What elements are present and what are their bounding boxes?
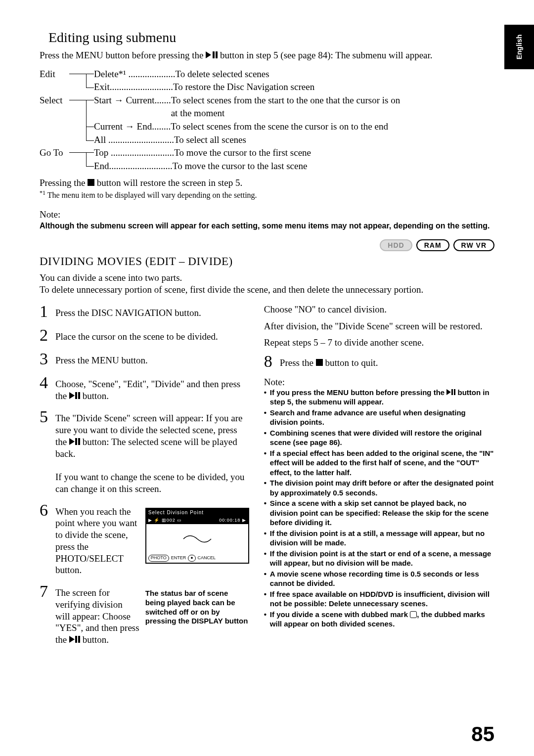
section-title-editing-submenu: Editing using submenu	[48, 30, 494, 45]
badge-ram: RAM	[416, 239, 449, 251]
step-1: 1Press the DISC NAVIGATION button.	[40, 303, 249, 320]
tree-item: Current → End........To select scenes fr…	[94, 120, 494, 133]
tree-edit-label: Edit	[40, 68, 79, 94]
step-3: 3Press the MENU button.	[40, 351, 249, 367]
note-item: If free space available on HDD/DVD is in…	[270, 589, 494, 609]
steps-list: 1Press the DISC NAVIGATION button. 2Plac…	[40, 303, 249, 646]
note-item: Since a scene with a skip set cannot be …	[270, 498, 494, 528]
step-5: 5The "Divide Scene" screen will appear: …	[40, 408, 249, 494]
tree-item: Start → Current.......To select scenes f…	[94, 94, 494, 120]
tree-item: Delete*¹ ....................To delete s…	[94, 68, 494, 81]
note-item: If a special effect has been added to th…	[270, 448, 494, 478]
note-item: The division point may drift before or a…	[270, 478, 494, 497]
play-pause-icon	[206, 51, 218, 58]
screenshot-stop-btn: ●	[188, 555, 195, 561]
right-notes-list: •If you press the MENU button before pre…	[264, 388, 494, 629]
step-7: 7 The screen for verifying division will…	[40, 583, 249, 646]
note-item: If the division point is at the start or…	[270, 549, 494, 568]
badge-rwvr: RW VR	[453, 239, 494, 251]
screenshot-caption: The status bar of scene being played bac…	[145, 589, 249, 626]
note-label: Note:	[40, 209, 494, 220]
note-item: If the division point is at a still, a m…	[270, 529, 494, 548]
tree-item: End...........................To move th…	[94, 160, 494, 173]
dubbed-mark-icon	[410, 611, 417, 618]
stop-icon	[88, 179, 94, 186]
note-item: If you divide a scene with dubbed mark ,…	[270, 610, 494, 629]
play-pause-icon	[69, 636, 80, 643]
right-continue-1: Choose "NO" to cancel division.	[264, 303, 494, 316]
note-bold-text: Although the submenu screen will appear …	[40, 221, 494, 231]
step-8: 8Press the button to quit.	[264, 353, 494, 370]
tree-item: All ............................To selec…	[94, 133, 494, 147]
tree-goto-label: Go To	[40, 146, 79, 173]
press-stop-line: Pressing the button will restore the scr…	[40, 178, 494, 188]
note-item: A movie scene whose recording time is 0.…	[270, 569, 494, 588]
right-continue-3: Repeat steps 5 – 7 to divide another sce…	[264, 336, 494, 349]
heading-dividing-movies: DIVIDING MOVIES (EDIT – DIVIDE)	[40, 255, 494, 268]
stop-icon	[316, 359, 323, 366]
page-number: 85	[471, 722, 494, 746]
submenu-tree: Edit Delete*¹ ....................To del…	[40, 68, 494, 173]
screenshot-photo-btn: PHOTO	[148, 555, 169, 561]
tree-select-label: Select	[40, 94, 79, 146]
step-4: 4Choose, "Scene", "Edit", "Divide" and t…	[40, 374, 249, 402]
media-badges: HDD RAM RW VR	[40, 239, 494, 251]
dividing-intro-1: You can divide a scene into two parts.	[40, 272, 494, 284]
note-item: Search and frame advance are useful when…	[270, 408, 494, 427]
waveform-icon	[182, 532, 212, 546]
note-item: Combining scenes that were divided will …	[270, 428, 494, 447]
play-pause-icon	[69, 438, 80, 445]
step-2: 2Place the cursor on the scene to be div…	[40, 327, 249, 344]
screenshot-divide: Select Division Point ▶ ⚡ ▥002 ▭ 00:00:1…	[145, 508, 249, 564]
footnote-1: *1 The menu item to be displayed will va…	[40, 189, 494, 200]
dividing-intro-2: To delete unnecessary portion of scene, …	[40, 284, 494, 296]
tree-item: Top ...........................To move t…	[94, 146, 494, 160]
note-item: If you press the MENU button before pres…	[270, 388, 494, 407]
language-tab-label: English	[515, 35, 523, 60]
section1-intro: Press the MENU button before pressing th…	[40, 49, 494, 62]
tree-item: Exit...........................To restor…	[94, 81, 494, 94]
right-note-label: Note:	[264, 377, 494, 388]
play-pause-icon	[69, 392, 80, 399]
language-tab: English	[504, 25, 534, 69]
right-continue-2: After division, the "Divide Scene" scree…	[264, 320, 494, 333]
badge-hdd: HDD	[380, 239, 412, 251]
step-6: 6 When you reach the point where you wan…	[40, 502, 249, 577]
play-pause-icon	[446, 389, 455, 395]
